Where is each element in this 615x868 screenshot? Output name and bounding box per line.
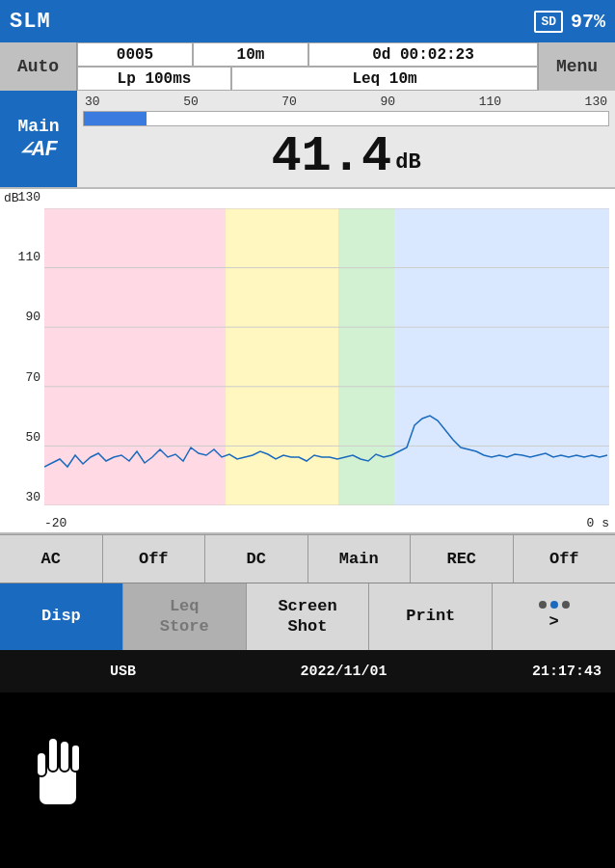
scale-90: 90	[380, 95, 395, 109]
app-title: SLM	[10, 10, 51, 34]
chart-inner	[44, 208, 609, 505]
dot-1	[539, 601, 547, 609]
more-dots	[539, 601, 570, 609]
scale-min: 30	[85, 95, 100, 109]
level-value: 41.4	[271, 132, 391, 182]
main-label-text: Main	[17, 117, 59, 136]
y-label-130: 130	[0, 191, 44, 203]
rec-button[interactable]: REC	[411, 535, 514, 583]
more-arrow: >	[548, 612, 558, 632]
y-label-50: 50	[0, 431, 44, 444]
leq-store-label: LeqStore	[160, 597, 209, 637]
scale-70: 70	[281, 95, 297, 109]
svg-rect-8	[60, 741, 69, 772]
usb-status: USB	[110, 664, 136, 680]
top-controls: Auto 0005 10m 0d 00:02:23 Lp 100ms Leq 1…	[0, 42, 615, 91]
off-button-2[interactable]: Off	[514, 535, 616, 583]
y-label-110: 110	[0, 251, 44, 263]
disp-label: Disp	[41, 607, 81, 626]
scale-50: 50	[183, 95, 199, 109]
chart-x-labels: -20 0 s	[44, 516, 609, 530]
dot-3	[562, 601, 570, 609]
svg-rect-7	[48, 738, 58, 772]
status-bar: USB 2022/11/01 21:17:43	[0, 650, 615, 692]
print-button[interactable]: Print	[369, 583, 493, 650]
date-status: 2022/11/01	[155, 664, 532, 680]
main-display: Main ∠AF 30 50 70 90 110 130 41.4 dB	[0, 91, 615, 187]
top-mid-row2: Lp 100ms Leq 10m	[77, 67, 538, 91]
time-status: 21:17:43	[532, 664, 602, 680]
more-button[interactable]: >	[493, 583, 615, 650]
chart-grid	[44, 208, 609, 505]
main-meter-area: 30 50 70 90 110 130 41.4 dB	[77, 91, 615, 187]
weighting-label: ∠AF	[19, 136, 58, 162]
sd-icon: SD	[534, 11, 563, 33]
main-label: Main ∠AF	[0, 91, 77, 187]
dot-2	[550, 601, 558, 609]
interval-time[interactable]: 10m	[193, 42, 308, 67]
button-row-1: AC Off DC Main REC Off	[0, 534, 615, 583]
scale-max: 130	[585, 95, 607, 109]
button-row-2: Disp LeqStore ScreenShot Print >	[0, 583, 615, 650]
cursor-hand	[19, 723, 96, 820]
lp-setting[interactable]: Lp 100ms	[77, 67, 231, 91]
main-button[interactable]: Main	[308, 535, 412, 583]
scale-110: 110	[479, 95, 501, 109]
menu-button[interactable]: Menu	[538, 42, 615, 91]
hand-icon	[19, 723, 96, 820]
battery-indicator: 97%	[571, 11, 605, 33]
elapsed-time: 0d 00:02:23	[308, 42, 538, 67]
header-bar: SLM SD 97%	[0, 0, 615, 42]
y-label-70: 70	[0, 371, 44, 384]
main-value: 41.4 dB	[83, 130, 609, 183]
chart-y-axis: 130 110 90 70 50 30	[0, 189, 44, 505]
leq-store-button[interactable]: LeqStore	[123, 583, 247, 650]
leq-setting[interactable]: Leq 10m	[231, 67, 538, 91]
y-label-90: 90	[0, 311, 44, 323]
top-mid-controls: 0005 10m 0d 00:02:23 Lp 100ms Leq 10m	[77, 42, 538, 91]
y-label-30: 30	[0, 491, 44, 503]
ac-button[interactable]: AC	[0, 535, 103, 583]
svg-rect-9	[71, 745, 80, 772]
disp-button[interactable]: Disp	[0, 583, 123, 650]
meter-bar-fill	[84, 112, 147, 125]
screenshot-button[interactable]: ScreenShot	[247, 583, 370, 650]
meter-bar	[83, 111, 609, 126]
x-label-max: 0 s	[587, 516, 609, 530]
measurement-count[interactable]: 0005	[77, 42, 193, 67]
dc-button[interactable]: DC	[205, 535, 308, 583]
scale-row: 30 50 70 90 110 130	[83, 95, 609, 109]
svg-rect-10	[37, 752, 46, 776]
print-label: Print	[406, 607, 455, 626]
level-unit: dB	[395, 152, 420, 174]
screenshot-label: ScreenShot	[278, 597, 336, 637]
header-right: SD 97%	[534, 11, 605, 33]
auto-button[interactable]: Auto	[0, 42, 77, 91]
top-mid-row1: 0005 10m 0d 00:02:23	[77, 42, 538, 67]
chart-area: dB 130 110 90 70 50 30 -20	[0, 187, 615, 534]
off-button-1[interactable]: Off	[103, 535, 206, 583]
x-label-min: -20	[44, 516, 67, 530]
